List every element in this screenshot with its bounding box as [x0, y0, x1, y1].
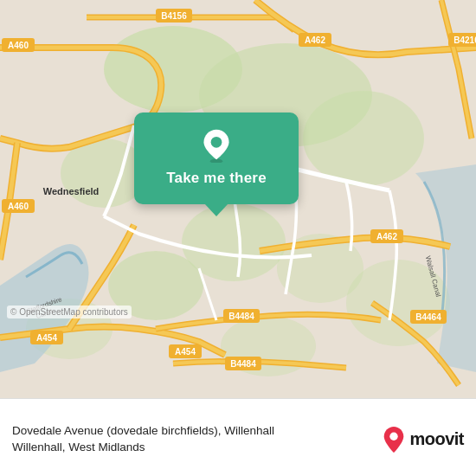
svg-point-38 [211, 137, 222, 148]
copyright-notice: © OpenStreetMap contributors [7, 306, 132, 318]
moovit-pin-icon [382, 426, 406, 453]
svg-text:A460: A460 [8, 202, 29, 211]
svg-text:Wednesfield: Wednesfield [43, 186, 100, 196]
svg-text:A462: A462 [305, 35, 325, 45]
address-line2: Willenhall, West Midlands [12, 441, 145, 453]
svg-text:B4484: B4484 [230, 359, 256, 369]
address-text: Dovedale Avenue (dovedale birchfields), … [12, 423, 373, 456]
moovit-text: moovit [409, 429, 464, 449]
moovit-logo: moovit [382, 426, 464, 453]
info-panel: Dovedale Avenue (dovedale birchfields), … [0, 398, 476, 476]
callout-label: Take me there [166, 170, 267, 187]
location-pin-icon [199, 128, 234, 163]
map-container: A460 B4156 A462 B4210 A460 A462 Wednesfi… [0, 0, 476, 398]
svg-text:B4156: B4156 [161, 11, 187, 21]
address-block: Dovedale Avenue (dovedale birchfields), … [12, 423, 373, 456]
svg-text:A454: A454 [175, 347, 196, 357]
svg-text:A460: A460 [8, 41, 29, 50]
svg-point-4 [303, 91, 424, 186]
svg-point-39 [390, 432, 398, 440]
svg-text:A454: A454 [36, 333, 57, 343]
svg-text:B4210: B4210 [453, 35, 476, 45]
svg-text:B4484: B4484 [228, 312, 254, 321]
svg-text:A462: A462 [376, 232, 397, 241]
svg-text:B4464: B4464 [415, 312, 441, 322]
address-line1: Dovedale Avenue (dovedale birchfields), … [12, 424, 274, 437]
take-me-there-callout[interactable]: Take me there [134, 113, 299, 204]
